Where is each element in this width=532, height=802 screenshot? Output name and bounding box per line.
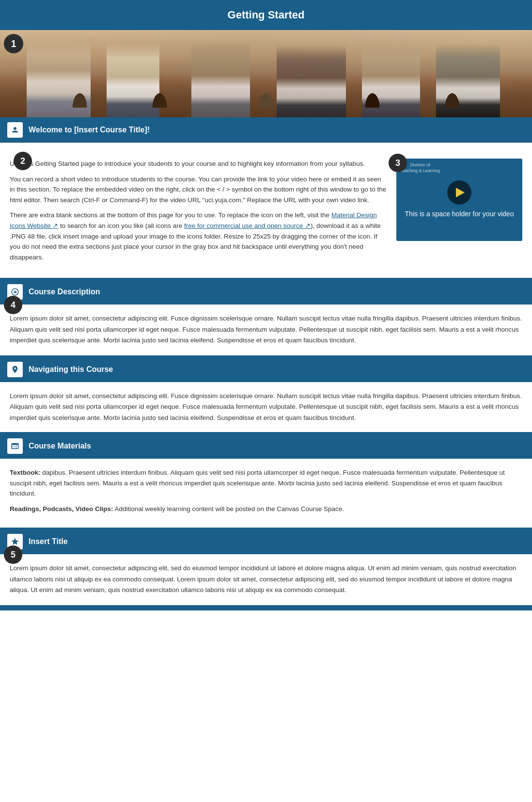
intro-para-3: There are extra blank sections at the bo… — [10, 210, 387, 262]
page-header: Getting Started — [0, 0, 532, 30]
course-description-text: Lorem ipsum dolor sit amet, consectetur … — [10, 313, 522, 346]
intro-section: 2 Use this Getting Started page to intro… — [0, 143, 532, 279]
textbook-label: Textbook: — [10, 469, 41, 476]
navigating-block: Navigating this Course Lorem ipsum dolor… — [0, 357, 532, 433]
course-materials-title: Course Materials — [29, 442, 91, 450]
course-description-title: Course Description — [29, 288, 100, 296]
course-description-content: 4 Lorem ipsum dolor sit amet, consectetu… — [0, 305, 532, 355]
video-play-button[interactable] — [447, 180, 471, 205]
navigating-header: Navigating this Course — [0, 357, 532, 382]
step-badge-1: 1 — [4, 34, 23, 53]
welcome-icon — [7, 122, 23, 138]
insert-title-text: Lorem ipsum dolor sit amet, consectetur … — [10, 563, 522, 595]
readings-text: Additional weekly learning content will … — [113, 505, 344, 513]
insert-title-block: Insert Title 5 Lorem ipsum dolor sit ame… — [0, 529, 532, 607]
course-materials-header: Course Materials — [0, 433, 532, 459]
insert-title-title: Insert Title — [29, 537, 68, 546]
course-materials-content: Textbook: dapibus. Praesent ultricies in… — [0, 459, 532, 528]
page-title: Getting Started — [228, 9, 305, 21]
hero-image: 1 — [0, 30, 532, 117]
video-placeholder: Division ofTeaching & Learning This is a… — [396, 159, 522, 241]
step-badge-3: 3 — [389, 154, 407, 172]
intro-para-1: Use this Getting Started page to introdu… — [10, 159, 387, 169]
intro-text-block: Use this Getting Started page to introdu… — [10, 159, 387, 268]
textbook-para: Textbook: dapibus. Praesent ultricies in… — [10, 467, 522, 499]
step-badge-2: 2 — [14, 152, 32, 170]
intro-inner: Use this Getting Started page to introdu… — [10, 159, 522, 268]
intro-para-2: You can record a short video to introduc… — [10, 174, 387, 206]
navigating-content: Lorem ipsum dolor sit amet, consectetur … — [0, 382, 532, 432]
welcome-title: Welcome to [Insert Course Title]! — [29, 126, 150, 134]
readings-label: Readings, Podcasts, Video Clips: — [10, 505, 113, 513]
textbook-text: dapibus. Praesent ultricies interdum fin… — [10, 469, 505, 497]
readings-para: Readings, Podcasts, Video Clips: Additio… — [10, 504, 522, 514]
step-badge-4: 4 — [4, 296, 22, 314]
video-placeholder-text: This is a space holder for your video — [400, 209, 519, 219]
step-badge-5: 5 — [4, 545, 22, 564]
course-materials-block: Course Materials Textbook: dapibus. Prae… — [0, 433, 532, 529]
insert-title-header: Insert Title — [0, 529, 532, 554]
navigating-icon — [7, 362, 23, 377]
navigating-title: Navigating this Course — [29, 365, 113, 374]
navigating-text: Lorem ipsum dolor sit amet, consectetur … — [10, 391, 522, 423]
footer-bar — [0, 607, 532, 610]
course-description-header: Course Description — [0, 279, 532, 305]
welcome-section-header: Welcome to [Insert Course Title]! — [0, 117, 532, 143]
svg-point-0 — [14, 127, 16, 130]
course-materials-icon — [7, 438, 23, 454]
insert-title-content: 5 Lorem ipsum dolor sit amet, consectetu… — [0, 554, 532, 605]
free-commercial-link[interactable]: free for commercial use and open source … — [184, 222, 311, 229]
course-description-block: Course Description 4 Lorem ipsum dolor s… — [0, 279, 532, 357]
